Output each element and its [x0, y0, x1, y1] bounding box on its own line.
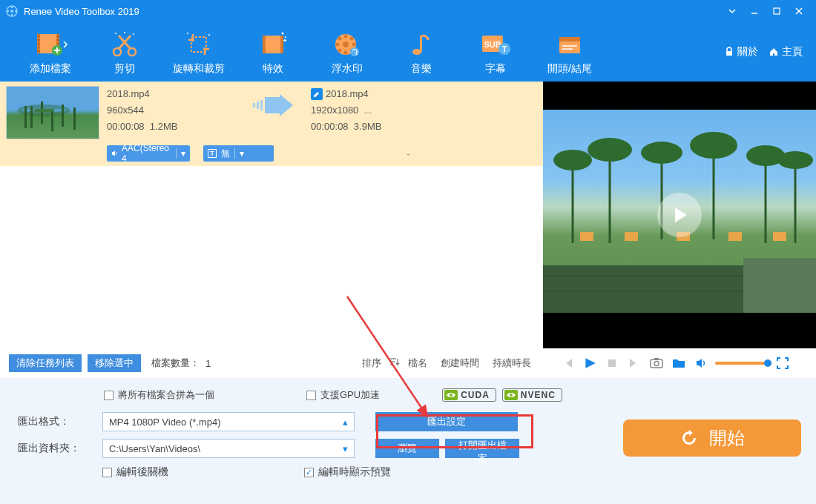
- svg-rect-5: [15, 10, 17, 12]
- minimize-btn[interactable]: [743, 0, 766, 22]
- svg-rect-19: [57, 39, 59, 41]
- folder-label: 匯出資料夾：: [15, 442, 96, 455]
- nvenc-label: NVENC: [521, 390, 556, 400]
- svg-point-48: [344, 51, 348, 55]
- crop-icon: [184, 30, 214, 59]
- arrow-icon: [244, 86, 303, 139]
- svg-rect-42: [280, 36, 283, 53]
- file-row[interactable]: 2018.mp4 960x544 00:00:08 1.2MB 2018.mp4…: [0, 82, 543, 142]
- svg-text:T: T: [502, 45, 507, 53]
- format-combo[interactable]: MP4 1080P Video (*.mp4) ▴: [102, 412, 355, 431]
- svg-text:SUB: SUB: [484, 40, 501, 49]
- tool-cut[interactable]: 剪切: [88, 28, 162, 76]
- tool-rotate-crop[interactable]: 旋轉和裁剪: [162, 28, 236, 76]
- music-icon: [407, 30, 436, 59]
- svg-point-31: [124, 32, 125, 33]
- folder-value: C:\Users\Yan\Videos\: [109, 443, 200, 454]
- svg-point-77: [588, 138, 632, 162]
- svg-point-49: [336, 43, 340, 47]
- tool-effects[interactable]: 特效: [236, 28, 310, 76]
- browse-button[interactable]: 瀏覽: [375, 439, 439, 458]
- clear-list-button[interactable]: 清除任務列表: [9, 354, 82, 372]
- tool-label: 特效: [263, 62, 283, 76]
- gpu-checkbox[interactable]: 支援GPU加速: [306, 388, 380, 402]
- svg-rect-2: [11, 6, 13, 8]
- about-link[interactable]: 關於: [724, 45, 758, 59]
- merge-checkbox[interactable]: 將所有檔案合拼為一個: [104, 388, 214, 402]
- tool-intro-outro[interactable]: 開頭/結尾: [533, 28, 607, 76]
- chevron-down-icon: ▾: [234, 148, 244, 159]
- svg-point-98: [450, 394, 453, 397]
- volume-button[interactable]: [693, 355, 709, 371]
- tool-subtitle[interactable]: SUBT 字幕: [458, 28, 533, 76]
- svg-rect-68: [257, 102, 259, 109]
- volume-slider[interactable]: [715, 362, 769, 365]
- chevron-down-icon: ▾: [176, 148, 185, 159]
- svg-rect-4: [7, 10, 9, 12]
- svg-rect-85: [728, 232, 742, 241]
- svg-point-43: [282, 33, 284, 35]
- snapshot-button[interactable]: [648, 355, 665, 371]
- folder-combo[interactable]: C:\Users\Yan\Videos\ ▾: [102, 439, 355, 458]
- tool-label: 浮水印: [332, 62, 363, 76]
- home-icon: [769, 47, 779, 57]
- svg-point-44: [285, 36, 286, 38]
- file-row-options: AAC(Stereo 4 ▾ T 無 ▾ -: [0, 142, 543, 166]
- sort-icon: [389, 357, 401, 367]
- stop-button[interactable]: [604, 355, 620, 371]
- fullscreen-button[interactable]: [774, 355, 791, 371]
- out-duration-size: 00:00:08 3.9MB: [311, 119, 536, 135]
- preview-panel: [543, 82, 816, 348]
- tool-label: 剪切: [114, 62, 135, 76]
- app-logo-icon: [6, 5, 18, 17]
- edit-icon[interactable]: [311, 88, 323, 100]
- close-btn[interactable]: [788, 0, 810, 22]
- export-settings-button[interactable]: 匯出設定: [375, 412, 518, 431]
- play-button[interactable]: [657, 193, 702, 237]
- src-resolution: 960x544: [107, 102, 237, 119]
- tool-watermark[interactable]: 浮水印: [310, 28, 384, 76]
- file-count-value: 1: [205, 358, 211, 369]
- svg-rect-15: [38, 43, 39, 44]
- out-filename: 2018.mp4: [326, 86, 369, 102]
- nvidia-eye-icon: [444, 390, 458, 400]
- cuda-badge: CUDA: [442, 388, 496, 402]
- preview-checkbox[interactable]: 編輯時顯示預覽: [304, 465, 391, 479]
- tool-label: 字幕: [485, 62, 506, 76]
- start-label: 開始: [709, 426, 745, 450]
- subtitle-sel-label: 無: [221, 147, 230, 160]
- sort-by-duration[interactable]: 持續時長: [487, 357, 537, 370]
- checkbox-row-2: 編輯後關機 編輯時顯示預覽: [15, 465, 801, 479]
- audio-dropdown[interactable]: AAC(Stereo 4 ▾: [107, 145, 190, 162]
- sort-by-created[interactable]: 創建時間: [435, 357, 485, 370]
- video-thumbnail[interactable]: [6, 86, 99, 139]
- merge-label: 將所有檔案合拼為一個: [118, 388, 214, 402]
- dash-value: -: [281, 148, 536, 159]
- play-media-button[interactable]: [582, 355, 598, 371]
- svg-point-99: [510, 394, 513, 397]
- subtitle-dropdown[interactable]: T 無 ▾: [203, 145, 274, 162]
- svg-rect-17: [38, 50, 39, 52]
- file-count-label: 檔案數量：: [151, 357, 200, 370]
- tool-label: 開頭/結尾: [547, 62, 592, 76]
- sort-controls: 排序 檔名 創建時間 持續時長: [356, 357, 552, 370]
- prev-button[interactable]: [559, 355, 576, 371]
- home-link[interactable]: 主頁: [769, 45, 803, 59]
- gpu-label: 支援GPU加速: [320, 388, 380, 402]
- tool-add-file[interactable]: 添加檔案: [13, 28, 88, 76]
- shutdown-checkbox[interactable]: 編輯後關機: [102, 465, 168, 479]
- svg-rect-69: [260, 100, 263, 110]
- sort-label[interactable]: 排序: [356, 357, 387, 370]
- tool-music[interactable]: 音樂: [384, 28, 458, 76]
- sort-by-name[interactable]: 檔名: [402, 357, 433, 370]
- svg-rect-40: [263, 36, 283, 53]
- start-button[interactable]: 開始: [623, 420, 801, 457]
- dropdown-btn[interactable]: [721, 0, 743, 22]
- open-folder-button[interactable]: [671, 355, 687, 371]
- open-export-button[interactable]: 打開匯出檔案: [445, 439, 519, 458]
- maximize-btn[interactable]: [766, 0, 788, 22]
- remove-selected-button[interactable]: 移除選中: [88, 354, 141, 372]
- tool-label: 音樂: [411, 62, 432, 76]
- next-button[interactable]: [626, 355, 642, 371]
- nvenc-badge: NVENC: [502, 388, 562, 402]
